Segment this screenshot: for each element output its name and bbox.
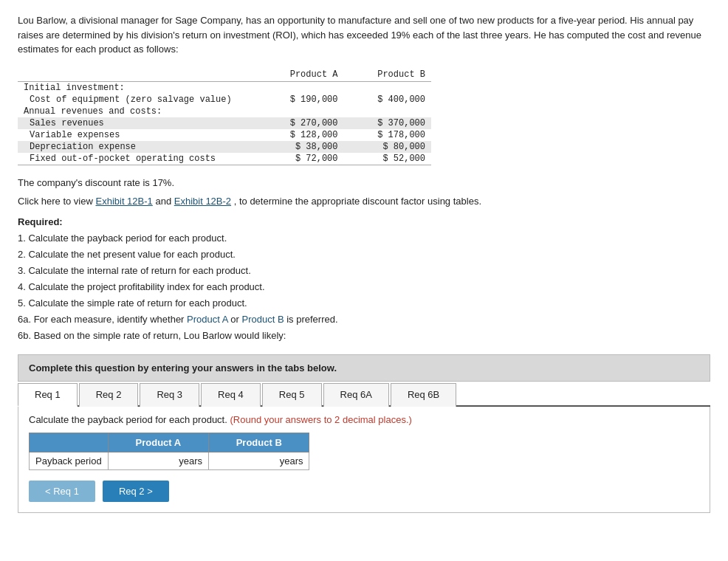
years-a-label: years (176, 455, 202, 467)
req1-content: Calculate the payback period for each pr… (18, 407, 710, 513)
tab-req2[interactable]: Req 2 (79, 383, 139, 407)
product-a-header: Product A (108, 433, 208, 452)
col-a-header: Product A (256, 69, 343, 82)
tab-req5[interactable]: Req 5 (262, 383, 322, 407)
tab-req4[interactable]: Req 4 (201, 383, 261, 407)
tabs-container: Req 1 Req 2 Req 3 Req 4 Req 5 Req 6A Req… (18, 382, 710, 407)
required-title: Required: (18, 216, 63, 227)
req-item-6a: 6a. For each measure, identify whether P… (18, 314, 338, 325)
next-button[interactable]: Req 2 > (103, 481, 169, 502)
req-item-3: 3. Calculate the internal rate of return… (18, 265, 251, 276)
col-b-header: Product B (344, 69, 431, 82)
payback-a-input[interactable] (114, 455, 174, 467)
payback-b-input[interactable] (215, 455, 274, 467)
payback-a-cell: years (108, 452, 208, 470)
round-note: (Round your answers to 2 decimal places.… (230, 414, 411, 425)
req-item-1: 1. Calculate the payback period for each… (18, 233, 227, 244)
table-row: Depreciation expense $ 38,000 $ 80,000 (18, 141, 431, 153)
table-row: Fixed out-of-pocket operating costs $ 72… (18, 153, 431, 165)
tab-req1[interactable]: Req 1 (18, 383, 78, 407)
table-row: Cost of equipment (zero salvage value) $… (18, 94, 431, 106)
payback-answer-table: Product A Product B Payback period years… (29, 433, 309, 470)
req1-instruction: Calculate the payback period for each pr… (29, 414, 699, 425)
table-row: Initial investment: (18, 81, 431, 94)
exhibit-12b1-link[interactable]: Exhibit 12B-1 (95, 196, 152, 207)
nav-buttons: < Req 1 Req 2 > (29, 481, 699, 502)
required-section: Required: 1. Calculate the payback perio… (18, 214, 710, 345)
exhibit-12b2-link[interactable]: Exhibit 12B-2 (174, 196, 231, 207)
financial-data-table: Product A Product B Initial investment: … (18, 69, 431, 165)
intro-text: Lou Barlow, a divisional manager for Sag… (18, 15, 701, 55)
tab-req6a[interactable]: Req 6A (323, 383, 389, 407)
prev-button[interactable]: < Req 1 (29, 481, 95, 502)
empty-header (30, 433, 109, 452)
complete-box: Complete this question by entering your … (18, 354, 710, 382)
tab-req6b[interactable]: Req 6B (391, 383, 456, 407)
req-item-2: 2. Calculate the net present value for e… (18, 249, 236, 260)
req-item-5: 5. Calculate the simple rate of return f… (18, 297, 247, 309)
req-item-6b: 6b. Based on the simple rate of return, … (18, 330, 286, 341)
payback-row: Payback period years years (30, 452, 309, 470)
table-row: Variable expenses $ 128,000 $ 178,000 (18, 129, 431, 141)
exhibits-text: Click here to view Exhibit 12B-1 and Exh… (18, 196, 710, 207)
product-b-header: Product B (209, 433, 309, 452)
intro-paragraph: Lou Barlow, a divisional manager for Sag… (18, 13, 710, 57)
payback-b-cell: years (209, 452, 309, 470)
tab-req3[interactable]: Req 3 (140, 383, 199, 407)
discount-text: The company's discount rate is 17%. (18, 177, 710, 188)
years-b-label: years (277, 455, 303, 467)
table-row: Annual revenues and costs: (18, 106, 431, 117)
table-row: Sales revenues $ 270,000 $ 370,000 (18, 117, 431, 129)
req-item-4: 4. Calculate the project profitability i… (18, 281, 265, 292)
payback-label: Payback period (30, 452, 109, 470)
